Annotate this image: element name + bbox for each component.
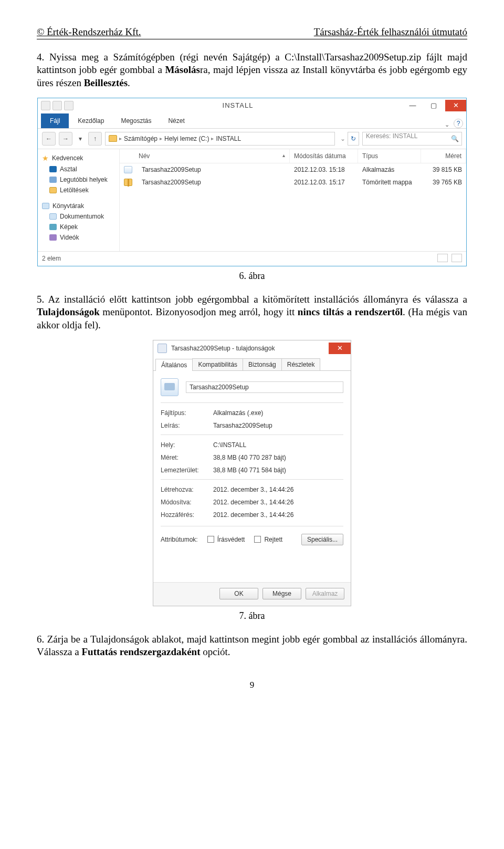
back-button[interactable]: ← <box>42 132 56 146</box>
maximize-button[interactable]: ▢ <box>423 100 444 111</box>
figure-6-caption: 6. ábra <box>37 271 467 282</box>
tab-view[interactable]: Nézet <box>160 113 192 128</box>
cancel-button[interactable]: Mégse <box>262 588 301 599</box>
filename-input[interactable]: Tarsashaz2009Setup <box>186 381 343 393</box>
tab-security[interactable]: Biztonság <box>243 358 282 370</box>
window-title: INSTALL <box>74 101 402 109</box>
view-details-button[interactable] <box>437 254 448 262</box>
checkbox-icon <box>254 536 261 543</box>
label-filetype: Fájltípus: <box>161 409 213 417</box>
label-modified: Módosítva: <box>161 499 213 506</box>
paragraph-4: 4. Nyissa meg a Számítógépben (régi nevé… <box>37 51 467 89</box>
nav-recent[interactable]: Legutóbbi helyek <box>41 174 117 185</box>
tab-details[interactable]: Részletek <box>281 358 321 370</box>
videos-icon <box>49 234 57 241</box>
search-icon: 🔍 <box>451 135 459 142</box>
statusbar: 2 elem <box>38 251 466 266</box>
tab-home[interactable]: Kezdőlap <box>70 113 112 128</box>
header-right: Társasház-Érték felhasználói útmutató <box>314 26 467 38</box>
nav-desktop[interactable]: Asztal <box>41 164 117 174</box>
nav-pictures[interactable]: Képek <box>41 222 117 232</box>
value-description: Tarsashaz2009Setup <box>213 422 343 429</box>
value-filetype: Alkalmazás (.exe) <box>213 409 343 417</box>
value-size: 38,8 MB (40 770 287 bájt) <box>213 454 343 461</box>
minimize-button[interactable]: — <box>402 100 423 111</box>
figure-7-caption: 7. ábra <box>37 610 467 622</box>
navigation-pane: ★Kedvencek Asztal Legutóbbi helyek Letöl… <box>38 149 120 251</box>
nav-libraries[interactable]: Könyvtárak <box>41 201 117 211</box>
folder-icon <box>109 135 117 142</box>
properties-dialog: Tarsashaz2009Setup - tulajdonságok ✕ Ált… <box>153 340 351 606</box>
help-button[interactable]: ? <box>454 119 463 128</box>
address-bar-row: ← → ▾ ↑ ▸ Számítógép▸ Helyi lemez (C:)▸ … <box>38 129 466 149</box>
label-description: Leírás: <box>161 422 213 429</box>
close-button[interactable]: ✕ <box>329 343 351 354</box>
search-input[interactable]: Keresés: INSTALL 🔍 <box>362 132 462 146</box>
value-created: 2012. december 3., 14:44:26 <box>213 486 343 493</box>
app-icon <box>158 344 167 353</box>
desktop-icon <box>49 166 57 172</box>
refresh-button[interactable]: ↻ <box>348 132 359 146</box>
up-button[interactable]: ↑ <box>88 132 102 146</box>
explorer-titlebar: INSTALL — ▢ ✕ <box>38 98 466 113</box>
header-left: © Érték-Rendszerház Kft. <box>37 26 141 38</box>
ribbon-tabs: Fájl Kezdőlap Megosztás Nézet ⌄ ? <box>38 113 466 129</box>
ok-button[interactable]: OK <box>219 588 258 599</box>
readonly-checkbox[interactable]: Írásvédett <box>207 536 245 543</box>
recent-icon <box>49 177 57 183</box>
zip-icon <box>124 179 132 186</box>
nav-downloads[interactable]: Letöltések <box>41 185 117 195</box>
nav-videos[interactable]: Videók <box>41 232 117 243</box>
list-header: Név ▴ Módosítás dátuma Típus Méret <box>120 149 466 163</box>
documents-icon <box>49 213 57 220</box>
column-name[interactable]: Név ▴ <box>120 149 290 163</box>
libraries-icon <box>42 203 49 209</box>
file-row[interactable]: Tarsashaz2009Setup 2012.12.03. 15:17 Töm… <box>120 176 466 189</box>
paragraph-5: 5. Az installáció előtt kattintson jobb … <box>37 293 467 332</box>
view-large-button[interactable] <box>452 254 462 262</box>
column-type[interactable]: Típus <box>358 149 421 163</box>
label-attributes: Attribútumok: <box>161 536 198 543</box>
paragraph-6: 6. Zárja be a Tulajdonságok ablakot, maj… <box>37 633 467 659</box>
properties-title: Tarsashaz2009Setup - tulajdonságok <box>171 345 329 352</box>
value-disk: 38,8 MB (40 771 584 bájt) <box>213 467 343 474</box>
column-date[interactable]: Módosítás dátuma <box>290 149 358 163</box>
value-modified: 2012. december 3., 14:44:26 <box>213 499 343 506</box>
file-explorer-window: INSTALL — ▢ ✕ Fájl Kezdőlap Megosztás Né… <box>37 98 467 266</box>
qat-button[interactable] <box>52 101 62 110</box>
apply-button[interactable]: Alkalmaz <box>306 588 344 599</box>
star-icon: ★ <box>42 154 49 162</box>
exe-icon <box>124 166 132 173</box>
page-number: 9 <box>37 680 467 690</box>
tab-compatibility[interactable]: Kompatibilitás <box>192 358 243 370</box>
dialog-footer: OK Mégse Alkalmaz <box>153 582 351 606</box>
nav-documents[interactable]: Dokumentumok <box>41 211 117 222</box>
nav-favorites[interactable]: ★Kedvencek <box>41 152 117 164</box>
forward-button[interactable]: → <box>59 132 72 146</box>
tab-general[interactable]: Általános <box>155 359 193 371</box>
sort-caret-icon: ▴ <box>282 152 285 160</box>
label-location: Hely: <box>161 441 213 449</box>
breadcrumb[interactable]: ▸ Számítógép▸ Helyi lemez (C:)▸ INSTALL <box>105 132 335 146</box>
tab-file[interactable]: Fájl <box>41 113 69 128</box>
checkbox-icon <box>207 536 214 543</box>
pictures-icon <box>49 224 57 230</box>
label-disk: Lemezterület: <box>161 467 213 474</box>
qat-dropdown[interactable] <box>64 101 74 110</box>
advanced-button[interactable]: Speciális... <box>301 534 343 545</box>
label-created: Létrehozva: <box>161 486 213 493</box>
label-size: Méret: <box>161 454 213 461</box>
value-location: C:\INSTALL <box>213 441 343 449</box>
status-item-count: 2 elem <box>42 255 61 262</box>
hidden-checkbox[interactable]: Rejtett <box>254 536 282 543</box>
application-icon <box>161 378 178 396</box>
tab-share[interactable]: Megosztás <box>113 113 159 128</box>
breadcrumb-dropdown[interactable]: ⌄ <box>338 135 348 142</box>
ribbon-expand-icon[interactable]: ⌄ <box>443 121 450 128</box>
label-accessed: Hozzáférés: <box>161 511 213 519</box>
column-size[interactable]: Méret <box>421 149 466 163</box>
file-row[interactable]: Tarsashaz2009Setup 2012.12.03. 15:18 Alk… <box>120 163 466 176</box>
close-button[interactable]: ✕ <box>445 100 466 111</box>
qat-button[interactable] <box>41 101 50 110</box>
history-dropdown[interactable]: ▾ <box>76 133 85 144</box>
